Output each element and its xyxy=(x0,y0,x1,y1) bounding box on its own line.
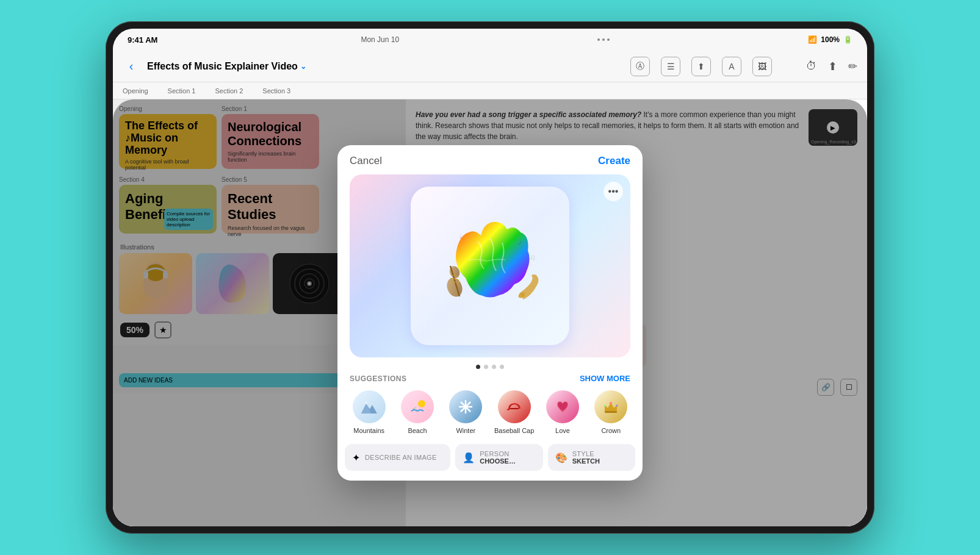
text-a-icon[interactable]: A xyxy=(722,57,741,76)
beach-circle xyxy=(401,390,434,423)
snowflake-icon xyxy=(456,398,475,416)
describe-text-area: DESCRIBE AN IMAGE xyxy=(365,454,437,461)
style-value: SKETCH xyxy=(572,457,600,465)
suggestion-baseball[interactable]: Baseball Cap xyxy=(492,390,536,434)
section-1[interactable]: Section 1 xyxy=(168,87,215,95)
dot-1[interactable] xyxy=(476,365,480,369)
upload-icon[interactable]: ⬆ xyxy=(691,57,711,76)
beach-label: Beach xyxy=(408,427,427,434)
svg-rect-28 xyxy=(510,408,519,409)
suggestion-love[interactable]: Love xyxy=(541,390,585,434)
circle-a-icon[interactable]: Ⓐ xyxy=(630,57,650,76)
crown-label: Crown xyxy=(601,427,621,434)
dot-2[interactable] xyxy=(484,365,488,369)
toolbar-icons-group: Ⓐ ☰ ⬆ A 🖼 ⏱ ⬆ ✏ xyxy=(630,57,857,76)
edit-icon[interactable]: ✏ xyxy=(848,60,857,73)
status-right: 📶 100% 🔋 xyxy=(808,35,852,44)
show-more-button[interactable]: SHOW MORE xyxy=(580,374,630,383)
chevron-down-icon[interactable]: ⌄ xyxy=(300,62,306,71)
crown-icon xyxy=(602,398,620,416)
baseball-cap-icon xyxy=(505,398,524,416)
section-3[interactable]: Section 3 xyxy=(262,87,310,95)
suggestion-mountains[interactable]: Mountains xyxy=(347,390,391,434)
suggestion-winter[interactable]: Winter xyxy=(444,390,488,434)
describe-label: DESCRIBE AN IMAGE xyxy=(365,454,437,461)
svg-point-22 xyxy=(418,400,425,407)
heart-icon xyxy=(553,398,572,416)
person-text-area: PERSON CHOOSE… xyxy=(480,450,516,465)
toolbar-title-area: Effects of Music Explainer Video ⌄ xyxy=(147,61,623,72)
svg-point-32 xyxy=(616,405,618,407)
suggestion-beach[interactable]: Beach xyxy=(395,390,439,434)
describe-icon: ✦ xyxy=(352,452,360,464)
suggestions-label: SUGGESTIONS xyxy=(350,374,407,383)
modal-overlay: Cancel Create ••• xyxy=(113,99,867,526)
image-icon[interactable]: 🖼 xyxy=(752,57,772,76)
baseball-label: Baseball Cap xyxy=(494,427,534,434)
modal-dialog: Cancel Create ••• xyxy=(337,145,643,481)
suggestions-header: SUGGESTIONS SHOW MORE xyxy=(337,374,643,383)
status-bar: 9:41 AM Mon Jun 10 📶 100% 🔋 xyxy=(113,29,867,51)
status-center-dots xyxy=(597,38,610,41)
create-button[interactable]: Create xyxy=(598,155,630,167)
style-button[interactable]: 🎨 STYLE SKETCH xyxy=(548,444,635,471)
mountains-circle xyxy=(353,390,386,423)
winter-circle xyxy=(449,390,482,423)
toolbar-title-text: Effects of Music Explainer Video xyxy=(147,61,298,72)
baseball-circle xyxy=(498,390,531,423)
more-options-button[interactable]: ••• xyxy=(603,182,623,201)
person-value: CHOOSE… xyxy=(480,457,516,465)
section-2[interactable]: Section 2 xyxy=(215,87,262,95)
svg-rect-29 xyxy=(605,411,617,413)
status-date: Mon Jun 10 xyxy=(361,35,399,44)
svg-point-31 xyxy=(604,405,606,407)
suggestion-crown[interactable]: Crown xyxy=(589,390,633,434)
device-frame: 9:41 AM Mon Jun 10 📶 100% 🔋 ‹ Effects of… xyxy=(106,21,874,534)
share-icon[interactable]: ⬆ xyxy=(828,60,837,73)
list-icon[interactable]: ☰ xyxy=(661,57,680,76)
battery-percent: 100% xyxy=(821,35,840,44)
person-button[interactable]: 👤 PERSON CHOOSE… xyxy=(455,444,542,471)
dot-3[interactable] xyxy=(492,365,496,369)
mountains-label: Mountains xyxy=(353,427,384,434)
style-label: STYLE xyxy=(572,450,600,457)
toolbar: ‹ Effects of Music Explainer Video ⌄ Ⓐ ☰… xyxy=(113,51,867,82)
love-label: Love xyxy=(555,427,570,434)
style-icon: 🎨 xyxy=(555,452,567,464)
brain-image: ♪ ♩ ♫ xyxy=(429,205,551,327)
status-time: 9:41 AM xyxy=(128,35,157,45)
person-icon: 👤 xyxy=(463,452,475,464)
back-button[interactable]: ‹ xyxy=(123,59,140,73)
battery-icon: 🔋 xyxy=(843,35,852,44)
dot-4[interactable] xyxy=(500,365,504,369)
cancel-button[interactable]: Cancel xyxy=(350,155,382,167)
describe-image-button[interactable]: ✦ DESCRIBE AN IMAGE xyxy=(345,444,450,471)
love-circle xyxy=(546,390,579,423)
style-text-area: STYLE SKETCH xyxy=(572,450,600,465)
modal-bottom-row: ✦ DESCRIBE AN IMAGE 👤 PERSON CHOOSE… xyxy=(337,444,643,481)
mountains-icon xyxy=(360,398,378,416)
beach-icon xyxy=(408,398,427,416)
winter-label: Winter xyxy=(456,427,475,434)
history-icon[interactable]: ⏱ xyxy=(806,60,817,73)
section-opening[interactable]: Opening xyxy=(123,87,168,95)
device-screen: 9:41 AM Mon Jun 10 📶 100% 🔋 ‹ Effects of… xyxy=(113,29,867,526)
wifi-icon: 📶 xyxy=(808,35,817,44)
modal-pagination-dots xyxy=(337,365,643,369)
svg-point-30 xyxy=(610,402,612,404)
modal-header: Cancel Create xyxy=(337,145,643,167)
person-label: PERSON xyxy=(480,450,516,457)
svg-point-27 xyxy=(464,405,467,409)
suggestions-row: Mountains Beach xyxy=(337,390,643,434)
svg-text:♩: ♩ xyxy=(458,232,463,240)
modal-image-area: ••• xyxy=(350,174,630,357)
svg-text:♫: ♫ xyxy=(530,253,535,262)
crown-circle xyxy=(594,390,627,423)
modal-image-inner: ♪ ♩ ♫ xyxy=(411,187,569,345)
section-nav: Opening Section 1 Section 2 Section 3 xyxy=(113,82,867,99)
main-content: Opening The Effects of ♪Music on Memory … xyxy=(113,99,867,526)
